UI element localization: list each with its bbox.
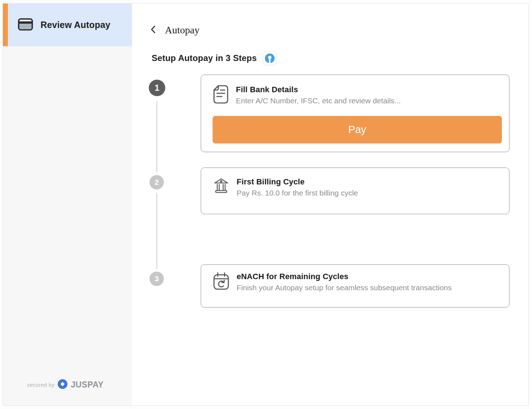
back-label: Autopay	[165, 24, 199, 36]
step-3-number-badge: 3	[149, 272, 164, 286]
step-connector-line	[156, 193, 157, 269]
sidebar: Review Autopay secured by JUSPAY	[3, 4, 132, 405]
step-card-enach-remaining-cycles: eNACH for Remaining Cycles Finish your A…	[201, 264, 509, 307]
juspay-logo-icon	[58, 379, 67, 390]
step-subtitle: Finish your Autopay setup for seamless s…	[237, 283, 452, 292]
page-title-row: Setup Autopay in 3 Steps	[152, 51, 276, 65]
secured-by-label: secured by	[27, 382, 54, 388]
step-subtitle: Pay Rs. 10.0 for the first billing cycle	[237, 189, 358, 197]
step-1-number-badge: 1	[149, 80, 165, 96]
step-card-fill-bank-details: Fill Bank Details Enter A/C Number, IFSC…	[201, 75, 509, 152]
sidebar-item-label: Review Autopay	[41, 20, 110, 30]
checkout-window: Review Autopay secured by JUSPAY Autopay	[3, 3, 529, 406]
chevron-left-icon	[151, 25, 156, 35]
sidebar-item-review-autopay[interactable]: Review Autopay	[8, 4, 132, 46]
credit-card-icon	[18, 18, 33, 32]
calendar-refresh-icon	[213, 272, 229, 292]
step-title: First Billing Cycle	[237, 177, 358, 187]
page-title: Setup Autopay in 3 Steps	[152, 53, 257, 63]
step-title: eNACH for Remaining Cycles	[237, 272, 452, 281]
main-content: Autopay Setup Autopay in 3 Steps 1 2 3	[132, 4, 528, 405]
step-subtitle: Enter A/C Number, IFSC, etc and review d…	[236, 97, 401, 105]
active-item-accent-bar	[3, 4, 8, 46]
pay-button[interactable]: Pay	[213, 116, 502, 144]
secured-by-footer: secured by JUSPAY	[27, 379, 104, 390]
juspay-wordmark: JUSPAY	[71, 380, 104, 390]
step-card-first-billing-cycle: First Billing Cycle Pay Rs. 10.0 for the…	[201, 168, 509, 214]
bank-icon	[213, 177, 229, 196]
back-button[interactable]: Autopay	[151, 24, 199, 36]
sbi-bank-icon	[263, 51, 276, 65]
step-2-number-badge: 2	[149, 175, 164, 189]
step-connector-line	[156, 101, 157, 173]
document-icon	[213, 85, 229, 105]
step-title: Fill Bank Details	[236, 85, 401, 94]
